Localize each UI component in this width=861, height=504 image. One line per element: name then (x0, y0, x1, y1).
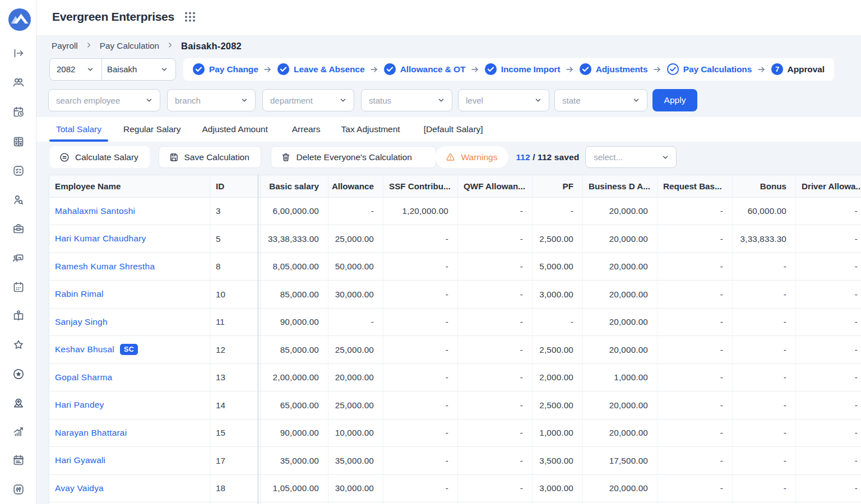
svg-text:7: 7 (775, 65, 779, 73)
